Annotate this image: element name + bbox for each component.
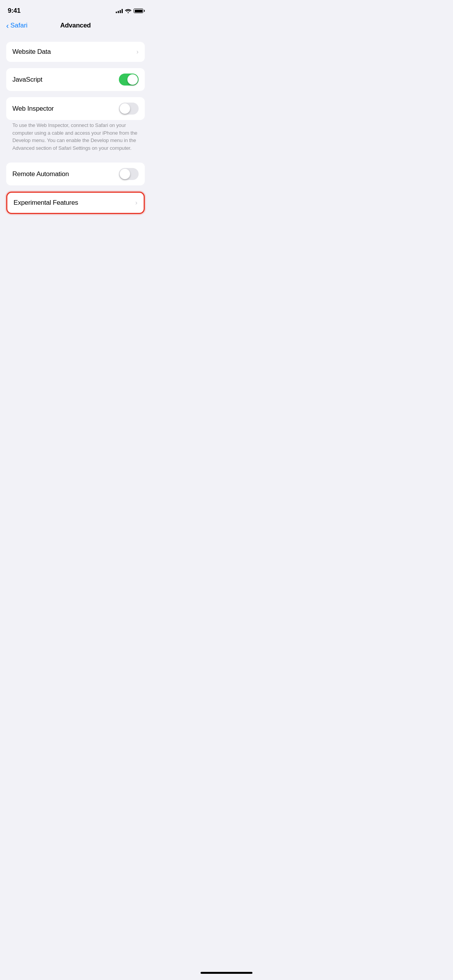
web-inspector-section: Web Inspector To use the Web Inspector, …	[6, 97, 145, 156]
javascript-toggle[interactable]	[119, 74, 139, 86]
remote-automation-toggle[interactable]	[119, 168, 139, 180]
web-inspector-label: Web Inspector	[12, 105, 54, 113]
settings-content: Website Data › JavaScript Web Inspector …	[0, 34, 151, 222]
experimental-features-row[interactable]: Experimental Features ›	[7, 193, 144, 213]
nav-bar: ‹ Safari Advanced	[0, 19, 151, 34]
website-data-label: Website Data	[12, 48, 51, 56]
web-inspector-description: To use the Web Inspector, connect to Saf…	[6, 120, 145, 156]
website-data-group: Website Data ›	[6, 42, 145, 62]
signal-icon	[116, 9, 123, 13]
wifi-icon	[125, 9, 131, 13]
web-inspector-row[interactable]: Web Inspector	[6, 97, 145, 120]
experimental-features-label: Experimental Features	[14, 199, 78, 207]
javascript-label: JavaScript	[12, 76, 42, 84]
experimental-features-group: Experimental Features ›	[6, 192, 145, 214]
website-data-chevron-icon: ›	[136, 48, 139, 56]
web-inspector-toggle-thumb	[120, 103, 130, 114]
web-inspector-group: Web Inspector	[6, 97, 145, 120]
status-icons	[116, 9, 143, 13]
back-button[interactable]: ‹ Safari	[6, 22, 27, 29]
remote-automation-toggle-thumb	[120, 169, 130, 179]
remote-automation-label: Remote Automation	[12, 170, 69, 178]
status-time: 9:41	[8, 7, 21, 15]
javascript-group: JavaScript	[6, 68, 145, 91]
web-inspector-toggle[interactable]	[119, 103, 139, 115]
javascript-row[interactable]: JavaScript	[6, 68, 145, 91]
battery-icon	[134, 9, 143, 13]
page-title: Advanced	[60, 22, 91, 29]
back-label: Safari	[10, 22, 27, 29]
experimental-features-chevron-icon: ›	[135, 199, 137, 207]
remote-automation-group: Remote Automation	[6, 163, 145, 185]
back-chevron-icon: ‹	[6, 22, 9, 29]
website-data-row[interactable]: Website Data ›	[6, 42, 145, 62]
remote-automation-row[interactable]: Remote Automation	[6, 163, 145, 185]
javascript-toggle-thumb	[127, 74, 138, 85]
status-bar: 9:41	[0, 0, 151, 19]
